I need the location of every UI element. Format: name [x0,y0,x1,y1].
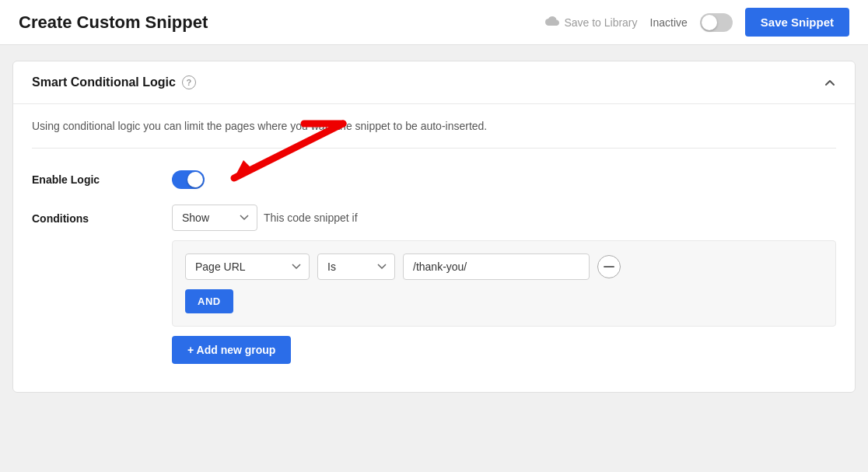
conditional-logic-card: Smart Conditional Logic ? Using conditio… [12,61,856,393]
show-select[interactable]: Show Hide [172,205,257,231]
main-content: Smart Conditional Logic ? Using conditio… [0,45,868,408]
enable-logic-field [172,170,836,189]
enable-logic-label: Enable Logic [32,170,172,186]
inactive-toggle[interactable] [700,13,733,32]
condition-group-box: Page URL Page Title Page Type Is Is Not … [172,240,836,327]
save-snippet-button[interactable]: Save Snippet [745,8,849,37]
page-title: Create Custom Snippet [19,12,208,33]
svg-marker-2 [234,160,254,178]
conditions-row: Conditions Show Hide This code snippet i… [32,205,836,364]
collapse-icon[interactable] [824,76,836,89]
add-new-group-button[interactable]: + Add new group [172,336,291,364]
help-icon[interactable]: ? [182,75,196,89]
page-url-select[interactable]: Page URL Page Title Page Type [185,253,310,280]
conditions-content: Show Hide This code snippet if Page URL … [172,205,836,364]
remove-condition-button[interactable] [597,255,621,278]
and-button[interactable]: AND [185,289,233,313]
card-header-left: Smart Conditional Logic ? [32,75,196,89]
app-header: Create Custom Snippet Save to Library In… [0,0,868,45]
snippet-if-text: This code snippet if [264,212,358,224]
save-to-library-button[interactable]: Save to Library [545,14,637,30]
enable-logic-toggle[interactable] [172,170,205,189]
is-select[interactable]: Is Is Not Contains Does Not Contain [317,253,395,280]
card-body: Using conditional logic you can limit th… [13,104,855,392]
card-header-title: Smart Conditional Logic [32,75,176,89]
conditions-top-row: Show Hide This code snippet if [172,205,836,231]
inactive-label: Inactive [650,16,688,29]
card-header: Smart Conditional Logic ? [13,61,855,104]
header-actions: Save to Library Inactive Save Snippet [545,8,849,37]
description-text: Using conditional logic you can limit th… [32,120,836,149]
save-to-library-label: Save to Library [564,16,637,29]
condition-row: Page URL Page Title Page Type Is Is Not … [185,253,823,280]
cloud-icon [545,14,559,30]
minus-icon [604,266,614,267]
conditions-label: Conditions [32,205,172,225]
url-value-input[interactable] [403,253,590,280]
enable-logic-row: Enable Logic [32,164,836,189]
